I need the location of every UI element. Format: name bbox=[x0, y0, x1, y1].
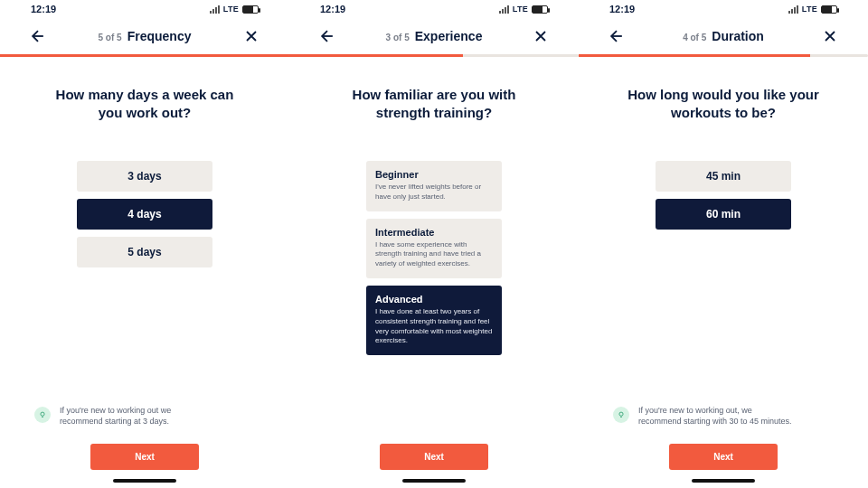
tip: If you're new to working out, we recomme… bbox=[604, 405, 843, 427]
home-indicator bbox=[692, 479, 755, 483]
nav-bar: 5 of 5Frequency bbox=[25, 16, 264, 54]
page-title: Experience bbox=[415, 29, 483, 43]
option-item[interactable]: BeginnerI've never lifted weights before… bbox=[366, 161, 502, 211]
nav-title: 4 of 5Duration bbox=[683, 29, 764, 43]
progress-bar bbox=[579, 54, 868, 57]
battery-icon bbox=[532, 5, 548, 14]
nav-title: 5 of 5Frequency bbox=[99, 29, 192, 43]
progress-bar bbox=[289, 54, 579, 57]
signal-icon bbox=[210, 5, 220, 14]
options-list: 45 min60 min bbox=[656, 161, 791, 230]
nav-title: 3 of 5Experience bbox=[386, 29, 483, 43]
tip-text: If you're new to working out, we recomme… bbox=[638, 405, 792, 427]
option-title: Intermediate bbox=[375, 227, 493, 238]
option-title: Advanced bbox=[375, 294, 493, 305]
option-item[interactable]: 3 days bbox=[77, 161, 212, 192]
question-heading: How familiar are you with strength train… bbox=[336, 86, 532, 121]
close-button[interactable] bbox=[819, 25, 841, 47]
step-indicator: 5 of 5 bbox=[99, 33, 122, 42]
signal-icon bbox=[499, 5, 509, 14]
option-item[interactable]: 5 days bbox=[77, 237, 212, 267]
tip-icon bbox=[613, 407, 629, 423]
status-bar: 12:19LTE bbox=[315, 0, 553, 16]
options-list: 3 days4 days5 days bbox=[77, 161, 212, 267]
options-list: BeginnerI've never lifted weights before… bbox=[366, 161, 502, 355]
back-button[interactable] bbox=[606, 25, 627, 47]
battery-icon bbox=[821, 5, 837, 14]
page-title: Frequency bbox=[127, 29, 192, 43]
home-indicator bbox=[402, 479, 466, 483]
network-label: LTE bbox=[223, 5, 239, 14]
status-bar: 12:19LTE bbox=[604, 0, 843, 16]
option-desc: I've never lifted weights before or have… bbox=[375, 183, 493, 202]
network-label: LTE bbox=[802, 5, 817, 14]
option-item[interactable]: IntermediateI have some experience with … bbox=[366, 219, 502, 278]
nav-bar: 3 of 5Experience bbox=[315, 16, 553, 54]
question-heading: How many days a week can you work out? bbox=[47, 86, 242, 121]
status-time: 12:19 bbox=[320, 4, 345, 14]
signal-icon bbox=[788, 5, 798, 14]
question-heading: How long would you like your workouts to… bbox=[626, 86, 821, 121]
battery-icon bbox=[242, 5, 259, 14]
back-button[interactable] bbox=[27, 25, 49, 47]
tip-text: If you're new to working out we recommen… bbox=[60, 405, 213, 427]
status-right: LTE bbox=[788, 5, 837, 14]
status-right: LTE bbox=[499, 5, 548, 14]
back-button[interactable] bbox=[316, 25, 338, 47]
option-desc: I have some experience with strength tra… bbox=[375, 240, 493, 269]
close-button[interactable] bbox=[530, 25, 552, 47]
tip-icon bbox=[34, 407, 51, 423]
status-right: LTE bbox=[210, 5, 259, 14]
status-time: 12:19 bbox=[609, 4, 635, 14]
next-button[interactable]: Next bbox=[90, 444, 199, 470]
page-title: Duration bbox=[712, 29, 764, 43]
step-indicator: 4 of 5 bbox=[683, 33, 706, 42]
option-desc: I have done at least two years of consis… bbox=[375, 307, 493, 346]
network-label: LTE bbox=[513, 5, 528, 14]
next-button[interactable]: Next bbox=[380, 444, 488, 470]
nav-bar: 4 of 5Duration bbox=[604, 16, 843, 54]
svg-point-1 bbox=[619, 412, 623, 416]
status-bar: 12:19LTE bbox=[25, 0, 264, 16]
tip: If you're new to working out we recommen… bbox=[25, 405, 264, 427]
step-indicator: 3 of 5 bbox=[386, 33, 410, 42]
option-item[interactable]: AdvancedI have done at least two years o… bbox=[366, 286, 502, 355]
next-button[interactable]: Next bbox=[669, 444, 778, 470]
option-title: Beginner bbox=[375, 169, 493, 180]
svg-point-0 bbox=[41, 412, 44, 416]
progress-bar bbox=[0, 54, 289, 57]
close-button[interactable] bbox=[241, 25, 262, 47]
option-item[interactable]: 4 days bbox=[77, 199, 212, 230]
status-time: 12:19 bbox=[31, 4, 56, 14]
home-indicator bbox=[113, 479, 176, 483]
option-item[interactable]: 45 min bbox=[656, 161, 791, 192]
option-item[interactable]: 60 min bbox=[656, 199, 791, 230]
